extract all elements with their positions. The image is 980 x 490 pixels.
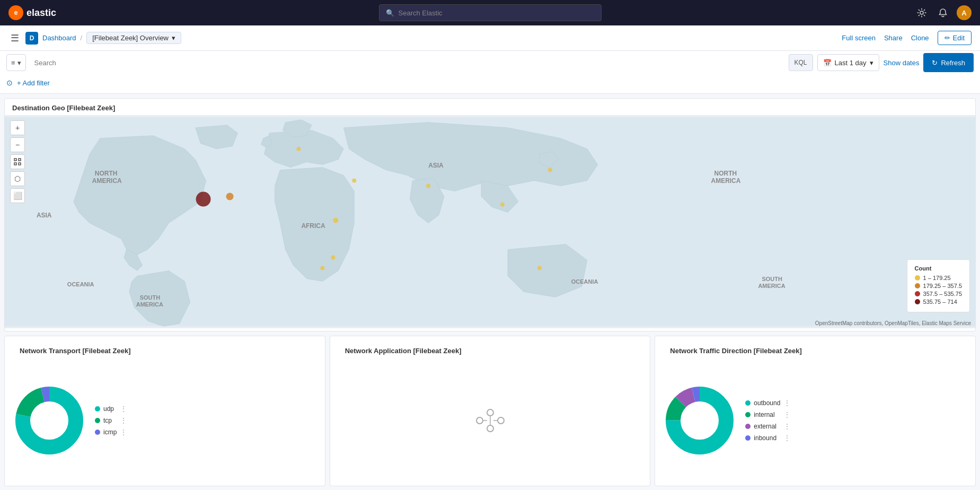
top-nav: e elastic 🔍 Search Elastic A (0, 0, 980, 25)
application-chart-panel: Network Application [Filebeat Zeek] (330, 336, 651, 486)
svg-point-27 (333, 218, 338, 223)
legend-item-3: 357.5 – 535.75 (915, 291, 962, 297)
search-type-selector[interactable]: ≡ ▾ (6, 54, 26, 71)
transport-legend-icmp: icmp ⋮ (95, 428, 127, 436)
notifications-icon[interactable] (935, 5, 950, 20)
filter-row-primary: ≡ ▾ KQL 📅 Last 1 day ▾ Show dates ↻ Refr… (6, 51, 974, 74)
map-zoom-in-button[interactable]: + (10, 120, 25, 135)
icmp-menu-icon[interactable]: ⋮ (120, 428, 127, 436)
internal-menu-icon[interactable]: ⋮ (783, 410, 791, 419)
transport-chart-title: Network Transport [Filebeat Zeek] (12, 342, 317, 358)
show-dates-button[interactable]: Show dates (884, 59, 920, 67)
svg-text:AFRICA: AFRICA (301, 222, 325, 230)
add-filter-button[interactable]: + Add filter (17, 79, 50, 87)
map-zoom-out-button[interactable]: − (10, 137, 25, 152)
inbound-menu-icon[interactable]: ⋮ (783, 434, 791, 442)
svg-point-37 (487, 409, 493, 416)
refresh-icon: ↻ (932, 59, 938, 67)
svg-text:AMERICA: AMERICA (92, 177, 122, 185)
calendar-icon: 📅 (823, 59, 832, 67)
edit-button[interactable]: ✏ Edit (938, 31, 972, 45)
main-content: Destination Geo [Filebeat Zeek] + − ⬡ ⬜ (0, 94, 980, 490)
svg-point-22 (226, 193, 234, 200)
icmp-label: icmp (103, 428, 117, 436)
svg-point-29 (537, 266, 542, 270)
refresh-button[interactable]: ↻ Refresh (923, 53, 974, 72)
svg-text:SOUTH: SOUTH (140, 294, 160, 301)
udp-menu-icon[interactable]: ⋮ (120, 405, 127, 413)
external-menu-icon[interactable]: ⋮ (783, 422, 791, 431)
svg-rect-3 (14, 159, 16, 161)
external-dot (745, 424, 751, 429)
filter-bar: ≡ ▾ KQL 📅 Last 1 day ▾ Show dates ↻ Refr… (0, 51, 980, 94)
filter-list-icon: ≡ (11, 59, 15, 67)
inbound-dot (745, 435, 751, 441)
elastic-logo[interactable]: e elastic (8, 5, 56, 20)
legend-dot-4 (915, 299, 920, 304)
time-range-value: Last 1 day (835, 59, 867, 67)
tcp-label: tcp (103, 417, 112, 424)
svg-text:AMERICA: AMERICA (136, 301, 163, 308)
network-app-icon-svg (474, 407, 506, 434)
map-legend: Count 1 – 179.25 179.25 – 357.5 357.5 – … (907, 259, 970, 312)
inbound-label: inbound (754, 434, 776, 442)
breadcrumb-current[interactable]: [Filebeat Zeek] Overview ▾ (86, 32, 181, 44)
outbound-menu-icon[interactable]: ⋮ (783, 399, 791, 407)
filter-options-icon[interactable]: ⊙ (6, 78, 13, 87)
legend-item-4: 535.75 – 714 (915, 299, 962, 305)
legend-item-1: 1 – 179.25 (915, 275, 962, 281)
svg-point-31 (331, 255, 335, 259)
map-rectangle-tool-button[interactable]: ⬜ (10, 188, 25, 203)
world-map-svg: NORTH AMERICA ASIA SOUTH AMERICA OCEANIA… (5, 115, 975, 328)
hamburger-button[interactable]: ☰ (8, 30, 21, 46)
svg-point-26 (500, 203, 505, 207)
svg-point-47 (688, 409, 711, 432)
svg-point-36 (476, 417, 483, 424)
map-container[interactable]: + − ⬡ ⬜ (5, 115, 975, 328)
legend-label-2: 179.25 – 357.5 (923, 283, 962, 289)
udp-dot (95, 406, 100, 412)
settings-icon[interactable] (914, 5, 929, 20)
legend-label-3: 357.5 – 535.75 (923, 291, 962, 297)
map-shape-tool-button[interactable]: ⬡ (10, 171, 25, 186)
breadcrumb-dashboard-link[interactable]: Dashboard (42, 34, 76, 42)
legend-dot-2 (915, 283, 920, 288)
icmp-dot (95, 430, 100, 435)
search-type-chevron: ▾ (17, 59, 21, 67)
share-button[interactable]: Share (884, 34, 903, 42)
time-picker-chevron: ▾ (870, 59, 873, 67)
search-input[interactable] (30, 54, 784, 71)
svg-point-38 (498, 417, 504, 424)
svg-point-21 (196, 192, 211, 207)
search-icon: 🔍 (386, 9, 394, 17)
transport-legend-tcp: tcp ⋮ (95, 416, 127, 425)
svg-text:AMERICA: AMERICA (711, 177, 741, 185)
tcp-dot (95, 418, 100, 423)
internal-label: internal (754, 411, 774, 418)
map-title: Destination Geo [Filebeat Zeek] (5, 99, 975, 115)
time-picker[interactable]: 📅 Last 1 day ▾ (817, 54, 879, 71)
map-fit-button[interactable] (10, 154, 25, 169)
transport-donut-svg (12, 386, 86, 455)
breadcrumb-d-icon: D (25, 32, 38, 45)
breadcrumb-bar: ☰ D Dashboard / [Filebeat Zeek] Overview… (0, 25, 980, 51)
application-chart-content (338, 358, 643, 483)
user-avatar[interactable]: A (957, 5, 972, 20)
charts-row: Network Transport [Filebeat Zeek] (4, 336, 976, 486)
svg-rect-5 (14, 163, 16, 165)
fullscreen-button[interactable]: Full screen (842, 34, 876, 42)
svg-point-28 (548, 168, 552, 172)
external-label: external (754, 423, 776, 430)
map-legend-title: Count (915, 265, 962, 272)
global-search-bar[interactable]: 🔍 Search Elastic (379, 4, 602, 21)
kql-button[interactable]: KQL (789, 54, 813, 71)
map-attribution: OpenStreetMap contributors, OpenMapTiles… (815, 320, 971, 326)
traffic-direction-legend: outbound ⋮ internal ⋮ external ⋮ (745, 399, 791, 442)
svg-text:SOUTH: SOUTH (762, 276, 782, 282)
svg-text:OCEANIA: OCEANIA (67, 281, 94, 287)
internal-dot (745, 412, 751, 417)
clone-button[interactable]: Clone (911, 34, 929, 42)
svg-rect-6 (19, 163, 21, 165)
outbound-dot (745, 400, 751, 406)
tcp-menu-icon[interactable]: ⋮ (120, 416, 127, 425)
